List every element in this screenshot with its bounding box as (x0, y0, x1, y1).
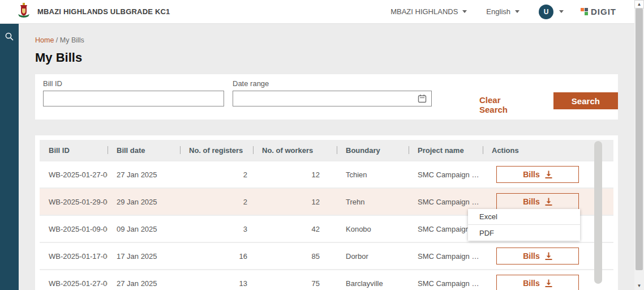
state-emblem-logo (17, 3, 31, 21)
date-range-input[interactable] (233, 91, 432, 106)
language-dropdown-label: English (486, 7, 510, 16)
cell-boundary: Tchien (337, 170, 409, 179)
bills-download-button[interactable]: Bills (496, 166, 579, 183)
scroll-down-button[interactable]: ▼ (634, 282, 644, 290)
avatar[interactable]: U (539, 5, 553, 19)
table-scrollbar-thumb[interactable] (594, 141, 602, 284)
digit-logo-text: DIGIT (591, 7, 616, 16)
page-title: My Bills (35, 50, 618, 65)
cell-project: SMC Campaign Paym... (409, 252, 483, 261)
table-header-row: Bill ID Bill date No. of registers No. o… (40, 140, 613, 160)
cell-bill-date: 27 Jan 2025 (108, 279, 180, 288)
page-scrollbar-thumb[interactable] (636, 8, 643, 270)
bills-download-button[interactable]: Bills (496, 193, 579, 210)
column-header-registers: No. of registers (180, 140, 253, 160)
user-menu[interactable]: U (539, 5, 564, 19)
cell-bill-id: WB-2025-01-27-000108 (40, 279, 108, 288)
city-dropdown-label: MBAZI HIGHLANDS (390, 7, 458, 16)
bills-button-label: Bills (523, 170, 540, 179)
download-menu-item-excel[interactable]: Excel (468, 209, 580, 225)
column-header-bill-id: Bill ID (40, 140, 108, 160)
chevron-down-icon (559, 10, 564, 13)
cell-registers: 16 (180, 252, 253, 261)
top-bar: MBAZI HIGHLANDS ULBGRADE KC1 MBAZI HIGHL… (0, 0, 634, 24)
cell-boundary: Barclayville (337, 279, 409, 288)
cell-workers: 12 (253, 170, 337, 179)
calendar-icon[interactable] (418, 94, 427, 105)
search-panel: Bill ID Date range Clear Search Search (35, 74, 618, 120)
chevron-down-icon (462, 10, 467, 13)
download-icon (545, 252, 552, 260)
column-header-project: Project name (409, 140, 483, 160)
table-row[interactable]: WB-2025-01-17-000102 17 Jan 2025 16 85 D… (40, 242, 613, 269)
column-header-workers: No. of workers (253, 140, 337, 160)
cell-workers: 75 (253, 279, 337, 288)
cell-actions: Bills (483, 248, 594, 265)
bills-table: Bill ID Bill date No. of registers No. o… (35, 135, 618, 290)
clear-search-link[interactable]: Clear Search (479, 95, 530, 114)
cell-bill-date: 27 Jan 2025 (108, 170, 180, 179)
cell-bill-id: WB-2025-01-27-000118 (40, 170, 108, 179)
breadcrumb-home-link[interactable]: Home (35, 36, 54, 44)
bills-download-button[interactable]: Bills (496, 248, 579, 265)
cell-actions: Bills (483, 193, 594, 210)
cell-bill-id: WB-2025-01-17-000102 (40, 252, 108, 261)
column-header-bill-date: Bill date (108, 140, 180, 160)
bills-button-label: Bills (523, 279, 540, 288)
cell-project: SMC Campaign Paym... (409, 279, 483, 288)
cell-bill-date: 29 Jan 2025 (108, 198, 180, 206)
cell-registers: 2 (180, 198, 253, 206)
download-icon (545, 170, 552, 178)
download-menu-item-pdf[interactable]: PDF (468, 225, 580, 241)
cell-project: SMC Campaign Paym... (409, 170, 483, 179)
cell-bill-date: 09 Jan 2025 (108, 225, 180, 233)
bills-button-label: Bills (523, 197, 540, 206)
download-icon (545, 198, 552, 206)
cell-bill-id: WB-2025-01-29-000123 (40, 198, 108, 206)
search-icon (5, 32, 14, 41)
cell-boundary: Trehn (337, 198, 409, 206)
cell-boundary: Dorbor (337, 252, 409, 261)
cell-workers: 42 (253, 225, 337, 233)
cell-registers: 3 (180, 225, 253, 233)
breadcrumb: Home / My Bills (35, 36, 618, 44)
scroll-up-button[interactable]: ▲ (634, 0, 644, 8)
digit-logo-icon (581, 8, 588, 15)
table-row[interactable]: WB-2025-01-27-000118 27 Jan 2025 2 12 Tc… (40, 160, 613, 187)
download-menu: ExcelPDF (468, 209, 580, 241)
cell-workers: 85 (253, 252, 337, 261)
cell-boundary: Konobo (337, 225, 409, 233)
language-dropdown[interactable]: English (486, 7, 520, 16)
app-title: MBAZI HIGHLANDS ULBGRADE KC1 (37, 7, 170, 16)
download-icon (545, 279, 552, 287)
bill-id-input[interactable] (43, 91, 224, 106)
breadcrumb-current: My Bills (60, 36, 84, 44)
cell-actions: Bills (483, 166, 594, 183)
sidebar (0, 24, 19, 290)
cell-registers: 2 (180, 170, 253, 179)
top-bar-right: MBAZI HIGHLANDS English U DIGIT (390, 5, 616, 19)
date-range-field-group: Date range (233, 79, 432, 106)
city-dropdown[interactable]: MBAZI HIGHLANDS (390, 7, 467, 16)
digit-logo: DIGIT (581, 7, 616, 16)
date-range-label: Date range (233, 79, 432, 88)
cell-actions: Bills (483, 275, 594, 290)
column-header-boundary: Boundary (337, 140, 409, 160)
bill-id-label: Bill ID (43, 79, 224, 88)
page-scrollbar[interactable]: ▲ ▼ (634, 0, 644, 290)
cell-project: SMC Campaign Paym... (409, 198, 483, 206)
sidebar-search-button[interactable] (0, 32, 19, 41)
cell-bill-id: WB-2025-01-09-000073 (40, 225, 108, 233)
table-row[interactable]: WB-2025-01-27-000108 27 Jan 2025 13 75 B… (40, 269, 613, 290)
main-content: Home / My Bills My Bills Bill ID Date ra… (19, 24, 634, 290)
chevron-down-icon (515, 10, 520, 13)
column-header-actions: Actions (483, 140, 594, 160)
cell-workers: 12 (253, 198, 337, 206)
cell-bill-date: 17 Jan 2025 (108, 252, 180, 261)
search-button[interactable]: Search (553, 92, 618, 109)
bills-download-button[interactable]: Bills (496, 275, 579, 290)
bills-button-label: Bills (523, 251, 540, 261)
bill-id-field-group: Bill ID (43, 79, 224, 106)
cell-registers: 13 (180, 279, 253, 288)
breadcrumb-separator: / (56, 36, 60, 44)
